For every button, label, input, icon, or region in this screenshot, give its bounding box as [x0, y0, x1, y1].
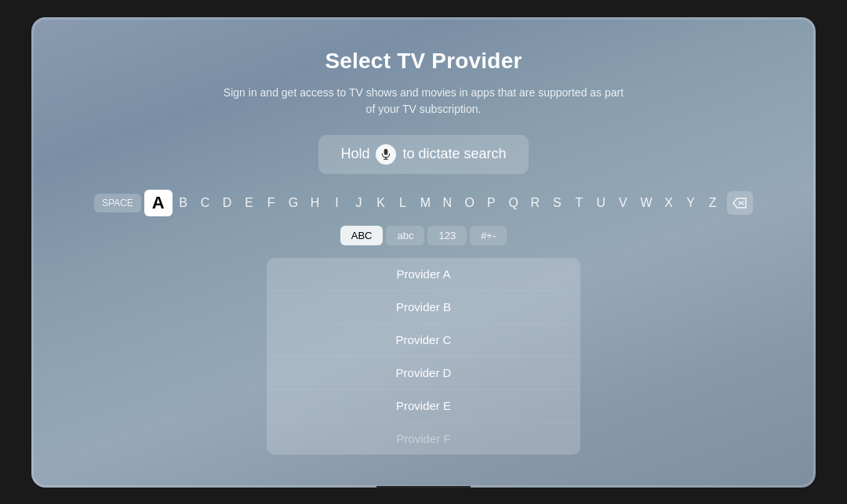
key-C[interactable]: C: [194, 193, 216, 213]
dictate-search-button[interactable]: Hold to dictate search: [318, 135, 528, 174]
key-U[interactable]: U: [591, 193, 613, 213]
key-R[interactable]: R: [525, 193, 547, 213]
key-H[interactable]: H: [304, 193, 326, 213]
provider-item-e[interactable]: Provider E: [267, 390, 580, 422]
key-E[interactable]: E: [238, 193, 260, 213]
key-T[interactable]: T: [569, 193, 591, 213]
svg-rect-0: [384, 149, 388, 155]
key-Z[interactable]: Z: [702, 193, 724, 213]
page-title: Select TV Provider: [325, 49, 522, 74]
key-A[interactable]: A: [144, 190, 173, 216]
space-key[interactable]: SPACE: [94, 194, 141, 212]
keyboard-mode-row: ABC abc 123 #+-: [340, 226, 507, 245]
tv-frame: Select TV Provider Sign in and get acces…: [31, 17, 816, 488]
mode-key-symbols[interactable]: #+-: [470, 226, 507, 245]
key-Y[interactable]: Y: [680, 193, 702, 213]
provider-item-a[interactable]: Provider A: [267, 258, 580, 291]
page-subtitle: Sign in and get access to TV shows and m…: [220, 85, 627, 118]
key-W[interactable]: W: [634, 193, 658, 213]
delete-key[interactable]: [727, 191, 753, 215]
provider-item-d[interactable]: Provider D: [267, 357, 580, 390]
key-F[interactable]: F: [260, 193, 282, 213]
tv-stand: [376, 486, 471, 488]
provider-item-f[interactable]: Provider F: [267, 422, 580, 455]
key-D[interactable]: D: [216, 193, 238, 213]
key-N[interactable]: N: [437, 193, 459, 213]
key-G[interactable]: G: [282, 193, 304, 213]
keyboard-row: SPACE A B C D E F G H I J K L M N O P Q …: [94, 190, 753, 216]
provider-list: Provider A Provider B Provider C Provide…: [267, 258, 580, 455]
key-P[interactable]: P: [481, 193, 503, 213]
key-B[interactable]: B: [173, 193, 194, 213]
provider-item-b[interactable]: Provider B: [267, 291, 580, 324]
key-O[interactable]: O: [459, 193, 481, 213]
key-X[interactable]: X: [658, 193, 680, 213]
main-content: Select TV Provider Sign in and get acces…: [31, 17, 816, 488]
provider-item-c[interactable]: Provider C: [267, 324, 580, 357]
microphone-icon: [376, 144, 396, 165]
key-L[interactable]: L: [392, 193, 414, 213]
key-V[interactable]: V: [613, 193, 634, 213]
mode-key-ABC[interactable]: ABC: [340, 226, 384, 245]
dictate-button-hold-label: Hold: [340, 146, 369, 162]
key-Q[interactable]: Q: [503, 193, 525, 213]
key-K[interactable]: K: [370, 193, 392, 213]
key-S[interactable]: S: [547, 193, 569, 213]
mode-key-abc[interactable]: abc: [386, 226, 424, 245]
dictate-button-suffix-label: to dictate search: [402, 146, 506, 162]
key-I[interactable]: I: [326, 193, 348, 213]
key-M[interactable]: M: [414, 193, 437, 213]
key-J[interactable]: J: [348, 193, 370, 213]
mode-key-123[interactable]: 123: [427, 226, 467, 245]
